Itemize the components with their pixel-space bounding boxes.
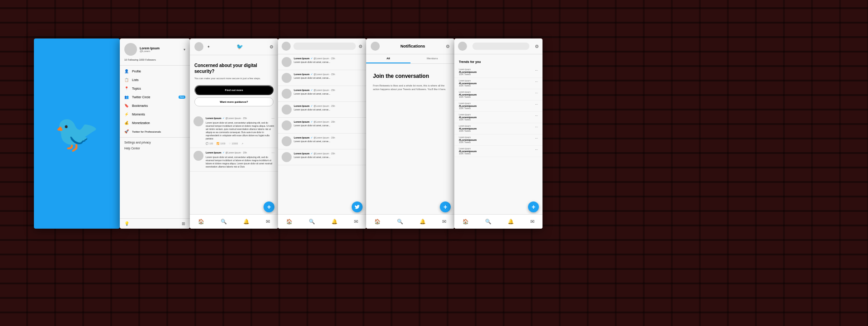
tweet-text-0: Lorem ipsum dolor sit amet, consectetur … [206,121,274,140]
bottom-navigation-2: 🏠 🔍 🔔 ✉ [190,214,278,229]
bell-icon-4[interactable]: 🔔 [420,219,426,225]
trend-more-icon-2[interactable]: ··· [535,91,538,95]
trend-more-icon-3[interactable]: ··· [535,102,538,106]
nav-item-monetization[interactable]: 💰 Monetization [120,119,190,127]
trend-more-icon-6[interactable]: ··· [535,136,538,140]
compose-fab-feed[interactable] [352,201,363,212]
nav-label-professionals: Twitter for Professionals [132,130,161,133]
settings-icon-feed[interactable]: ⚙ [359,44,363,49]
want-guidance-button[interactable]: Want more guidance? [194,97,274,106]
trend-more-icon-4[interactable]: ··· [535,114,538,118]
feed-tweet-time-0: · 15h [330,57,335,60]
bell-icon-3[interactable]: 🔔 [331,219,338,225]
more-icon-0[interactable]: ··· [271,116,274,120]
home-icon-4[interactable]: 🏠 [374,219,381,225]
tweet-name-1: Lorem Ipsum [206,151,222,154]
trend-item-3[interactable]: Lorem ipsum #Loremipsum 100K Tweets ··· [454,101,542,112]
feed-tweet-handle-2: @Lorem Ipsum [314,89,329,91]
nav-item-bookmarks[interactable]: 🔖 Bookmarks [120,101,190,110]
nav-item-moments[interactable]: ⚡ Moments [120,110,190,119]
settings-icon-trends[interactable]: ⚙ [535,44,539,49]
feed-tweet-text-0: Lorem ipsum dolor sit amet, conse... [294,61,363,64]
nav-divider [120,65,190,66]
feed-tweet-name-3: Lorem Ipsum [294,105,310,107]
more-icon-1[interactable]: ··· [271,151,274,155]
mail-icon[interactable]: ✉ [266,219,270,225]
mail-icon-3[interactable]: ✉ [354,219,358,225]
grid-icon[interactable]: ⊞ [182,221,185,226]
trend-more-icon-0[interactable]: ··· [535,68,538,72]
bottom-navigation-3: 🏠 🔍 🔔 ✉ [278,214,366,229]
home-icon-5[interactable]: 🏠 [462,219,469,225]
trend-content-5: Lorem ipsum #Loremipsum 100K Tweets [459,125,535,132]
tweet-name-0: Lorem Ipsum [206,117,222,120]
feed-tweet-time-6: · 15h [330,152,335,155]
bell-icon-5[interactable]: 🔔 [508,219,514,225]
help-link[interactable]: Help Center [120,146,190,151]
home-icon[interactable]: 🏠 [198,219,204,225]
mail-icon-5[interactable]: ✉ [530,219,534,225]
bell-icon[interactable]: 🔔 [243,219,250,225]
trend-item-1[interactable]: Lorem ipsum #Loremipsum 100K Tweets ··· [454,78,542,89]
verified-3: ✓ [311,105,313,107]
tweet-avatar-0 [193,116,203,126]
mail-icon-4[interactable]: ✉ [442,219,446,225]
find-out-more-button[interactable]: Find out more [194,85,274,95]
home-icon-3[interactable]: 🏠 [286,219,292,225]
trend-more-icon-7[interactable]: ··· [535,148,538,152]
verified-6: ✓ [311,152,313,155]
compose-tweet-button[interactable]: + [264,201,274,212]
trend-item-5[interactable]: Lorem ipsum #Loremipsum 100K Tweets ··· [454,123,542,134]
trends-header: ⚙ [454,38,542,54]
trend-item-4[interactable]: Lorem ipsum #Loremipsum 100K Tweets ··· [454,112,542,123]
search-bar[interactable] [293,43,356,50]
trend-item-0[interactable]: Lorem ipsum #Loremipsum 100K Tweets ··· [454,67,542,78]
tab-mentions[interactable]: Mentions [410,54,455,63]
settings-icon-notif[interactable]: ⚙ [446,44,450,49]
nav-item-professionals[interactable]: 🚀 Twitter for Professionals [120,127,190,136]
trend-more-icon-5[interactable]: ··· [535,125,538,129]
feed-tweet-time-4: · 15h [330,120,335,123]
share-action-0[interactable]: ↗ [241,142,243,145]
nav-item-twitter-circle[interactable]: 👥 Twitter Circle New [120,93,190,101]
join-title: Join the conversation [373,73,448,80]
nav-item-lists[interactable]: 📋 Lists [120,76,190,84]
feed-tweet-name-4: Lorem Ipsum [294,120,310,123]
search-icon-3[interactable]: 🔍 [309,219,315,225]
reply-action-0[interactable]: 💬 100 [206,142,213,145]
like-action-0[interactable]: ♡ 10000 [229,142,238,145]
search-icon-4[interactable]: 🔍 [397,219,403,225]
search-icon-5[interactable]: 🔍 [485,219,491,225]
feed-tweet-time-1: · 15h [330,73,335,76]
trend-tweets-6: 100K Tweets [459,141,535,144]
lightbulb-icon[interactable]: 💡 [124,221,129,226]
chevron-down-icon[interactable]: ▾ [184,48,185,52]
search-icon[interactable]: 🔍 [221,219,227,225]
trend-item-2[interactable]: Lorem ipsum #Loremipsum 100K Tweets ··· [454,89,542,101]
compose-fab-notif[interactable]: + [440,201,451,212]
trends-search-bar[interactable] [472,43,529,50]
tweet-handle-1: @Lorem Ipsum [226,151,241,154]
nav-item-profile[interactable]: 👤 Profile [120,67,190,76]
tab-all[interactable]: All [366,54,410,63]
trend-item-6[interactable]: Lorem ipsum #Loremipsum 100K Tweets ··· [454,134,542,146]
trend-tweets-2: 100K Tweets [459,96,535,98]
feed-tweet-content-2: Lorem Ipsum ✓ @Lorem Ipsum · 15h Lorem i… [294,89,363,99]
nav-label-profile: Profile [132,70,141,73]
avatar [124,43,137,56]
screen-trends: ⚙ Trends for you Lorem ipsum #Loremipsum… [454,38,542,229]
feed-tweet-content-4: Lorem Ipsum ✓ @Lorem Ipsum · 15h Lorem i… [294,120,363,130]
settings-link[interactable]: Settings and privacy [120,139,190,146]
trend-item-7[interactable]: Lorem ipsum #Loremipsum 100K Tweets ··· [454,146,542,157]
nav-divider-2 [120,137,190,138]
trend-more-icon-1[interactable]: ··· [535,80,538,84]
compose-fab-trends[interactable]: + [528,201,539,212]
feed-tweet-time-3: · 15h [330,105,335,107]
star-icon[interactable]: ✦ [207,45,210,49]
verified-icon-0: ✓ [222,117,225,120]
retweet-action-0[interactable]: 🔁 1000 [217,142,225,145]
nav-item-topics[interactable]: 📍 Topics [120,84,190,93]
nav-label-topics: Topics [132,87,141,90]
settings-icon[interactable]: ⚙ [269,44,274,49]
tweet-avatar-1 [193,151,203,161]
